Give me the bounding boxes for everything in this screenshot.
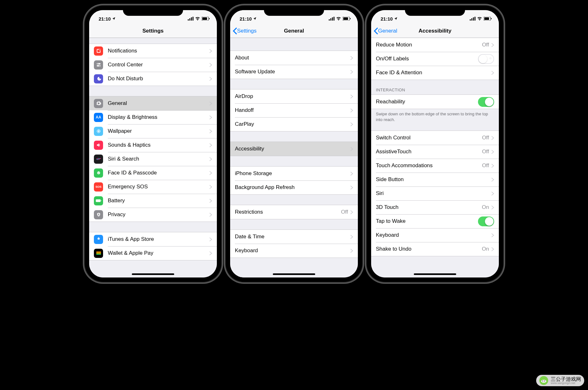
switch-tap-to-wake[interactable] [478,216,494,226]
home-indicator[interactable] [414,273,456,275]
chevron-right-icon [492,164,494,168]
row-keyboard[interactable]: Keyboard [371,228,499,242]
nav-bar: Settings General [230,24,358,38]
home-indicator[interactable] [273,273,315,275]
row-software-update[interactable]: Software Update [230,65,358,79]
row-accessibility[interactable]: Accessibility [230,142,358,156]
svg-point-43 [544,381,545,381]
status-time: 21:10 [99,16,111,21]
accessibility-content[interactable]: Reduce MotionOffOn/Off LabelsFace ID & A… [371,38,499,277]
nav-bar: General Accessibility [371,24,499,38]
wifi-icon [195,16,200,21]
row-label: Date & Time [235,234,351,240]
chevron-right-icon [210,157,212,161]
row-iphone-storage[interactable]: iPhone Storage [230,167,358,180]
row-3d-touch[interactable]: 3D TouchOn [371,200,499,214]
sos-icon: SOS [94,182,103,192]
row-wallpaper[interactable]: Wallpaper [89,124,217,138]
screen-3: 21:10 General Accessibility Reduce Motio… [371,10,499,277]
row-assistivetouch[interactable]: AssistiveTouchOff [371,145,499,159]
phone-frame-3: 21:10 General Accessibility Reduce Motio… [367,6,503,282]
home-indicator[interactable] [132,273,174,275]
row-shake-to-undo[interactable]: Shake to UndoOn [371,242,499,256]
svg-rect-2 [191,17,192,21]
svg-rect-6 [209,18,210,19]
row-label: Siri & Search [108,156,210,162]
watermark-url: www.sangongzi.net [551,382,581,385]
back-label: Settings [237,28,256,34]
svg-rect-26 [96,254,101,255]
appstore-icon [94,235,103,244]
row-switch-control[interactable]: Switch ControlOff [371,131,499,145]
svg-point-18 [96,156,101,162]
svg-point-11 [97,63,98,64]
svg-point-41 [541,380,547,383]
row-carplay[interactable]: CarPlay [230,117,358,131]
row-date-time[interactable]: Date & Time [230,230,358,244]
row-label: Touch Accommodations [376,162,482,169]
row-restrictions[interactable]: RestrictionsOff [230,205,358,219]
row-reduce-motion[interactable]: Reduce MotionOff [371,38,499,52]
row-reachability[interactable]: Reachability [371,95,499,109]
row-itunes-app-store[interactable]: iTunes & App Store [89,232,217,246]
display-icon: AA [94,113,103,122]
row-airdrop[interactable]: AirDrop [230,89,358,103]
svg-rect-39 [484,17,489,20]
row-battery[interactable]: Battery [89,194,217,208]
dnd-icon [94,74,103,83]
switch-reachability[interactable] [478,97,494,107]
row-siri[interactable]: Siri [371,186,499,200]
svg-rect-27 [329,19,330,21]
row-handoff[interactable]: Handoff [230,103,358,117]
row-emergency-sos[interactable]: SOSEmergency SOS [89,180,217,194]
row-label: iPhone Storage [235,170,351,177]
row-about[interactable]: About [230,51,358,65]
row-background-app-refresh[interactable]: Background App Refresh [230,180,358,194]
row-label: Background App Refresh [235,184,351,191]
row-label: On/Off Labels [376,56,478,62]
row-value: On [482,246,489,252]
row-wallet-apple-pay[interactable]: Wallet & Apple Pay [89,246,217,260]
chevron-right-icon [492,136,494,140]
chevron-right-icon [210,213,212,217]
svg-rect-35 [471,18,472,21]
svg-rect-28 [330,18,331,21]
row-label: AssistiveTouch [376,149,482,155]
row-notifications[interactable]: Notifications [89,44,217,58]
settings-content[interactable]: NotificationsControl CenterDo Not Distur… [89,38,217,277]
chevron-right-icon [492,71,494,75]
wifi-icon [477,16,482,21]
chevron-right-icon [351,249,353,253]
row-sounds-haptics[interactable]: Sounds & Haptics [89,138,217,152]
row-label: Shake to Undo [376,246,482,252]
row-general[interactable]: General [89,96,217,110]
row-value: On [482,204,489,210]
siri-icon [94,155,103,164]
back-button[interactable]: General [371,27,397,34]
chevron-right-icon [210,251,212,255]
svg-rect-33 [350,18,351,19]
switch-on-off-labels[interactable] [478,54,494,64]
watermark-logo-icon [539,376,548,385]
row-label: CarPlay [235,121,351,127]
row-siri-search[interactable]: Siri & Search [89,152,217,166]
row-face-id-attention[interactable]: Face ID & Attention [371,66,499,80]
row-control-center[interactable]: Control Center [89,58,217,72]
row-privacy[interactable]: Privacy [89,208,217,222]
row-side-button[interactable]: Side Button [371,173,499,186]
chevron-left-icon [374,27,378,34]
row-do-not-disturb[interactable]: Do Not Disturb [89,72,217,86]
general-content[interactable]: AboutSoftware Update AirDropHandoffCarPl… [230,38,358,277]
back-button[interactable]: Settings [230,27,256,34]
row-display-brightness[interactable]: AADisplay & Brightness [89,110,217,124]
svg-point-21 [99,172,100,173]
row-touch-accommodations[interactable]: Touch AccommodationsOff [371,159,499,173]
row-label: Keyboard [235,247,351,254]
row-on-off-labels[interactable]: On/Off Labels [371,52,499,66]
svg-rect-37 [475,17,475,21]
row-label: Siri [376,190,492,197]
row-tap-to-wake[interactable]: Tap to Wake [371,214,499,228]
row-face-id-passcode[interactable]: Face ID & Passcode [89,166,217,180]
row-label: Emergency SOS [108,184,210,190]
row-keyboard[interactable]: Keyboard [230,244,358,258]
